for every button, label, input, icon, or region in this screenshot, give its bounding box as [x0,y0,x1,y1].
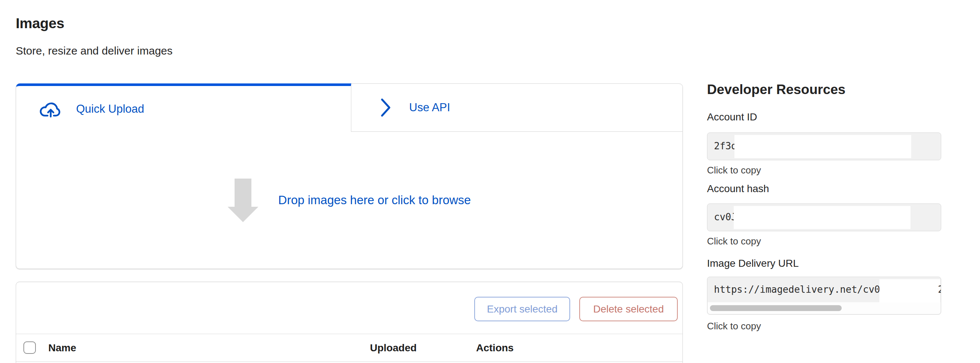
tab-quick-upload[interactable]: Quick Upload [16,83,351,132]
export-selected-button[interactable]: Export selected [474,297,570,321]
redaction-overlay [735,135,911,158]
account-hash-label: Account hash [707,183,769,195]
redaction-overlay [879,279,940,302]
column-header-name: Name [48,342,76,354]
tab-use-api-label: Use API [409,101,450,114]
image-delivery-url-tail-fragment: 2 [938,284,941,295]
image-delivery-url-label: Image Delivery URL [707,258,799,269]
redaction-overlay [734,206,910,229]
account-id-copy-hint: Click to copy [707,165,761,176]
chevron-right-icon [379,98,392,117]
account-hash-value-box[interactable]: cv0J [707,204,941,231]
column-header-uploaded: Uploaded [370,342,417,354]
arrow-down-icon [228,178,258,222]
image-list-card: Export selected Delete selected Name Upl… [16,282,683,363]
page-title: Images [16,15,64,32]
account-id-value: 2f3d [714,140,737,151]
cloud-upload-icon [39,100,63,118]
account-hash-copy-hint: Click to copy [707,236,761,247]
column-header-actions: Actions [476,342,514,354]
image-delivery-url-value: https://imagedelivery.net/cv0JSj [714,284,897,295]
tab-use-api[interactable]: Use API [351,83,682,132]
select-all-checkbox[interactable] [24,341,36,354]
horizontal-scrollbar-thumb[interactable] [710,305,842,311]
delete-selected-button[interactable]: Delete selected [579,297,678,321]
drop-zone-label: Drop images here or click to browse [278,193,471,207]
image-drop-zone[interactable]: Drop images here or click to browse [16,132,682,268]
table-header-row: Name Uploaded Actions [16,334,682,362]
image-delivery-url-value-box[interactable]: https://imagedelivery.net/cv0JSj 2 [707,277,941,315]
upload-panel: Quick Upload Use API Drop images here or… [16,83,683,269]
image-delivery-url-copy-hint: Click to copy [707,320,761,332]
tab-quick-upload-label: Quick Upload [76,102,144,116]
page-subtitle: Store, resize and deliver images [16,45,173,57]
developer-resources-title: Developer Resources [707,82,845,97]
tab-bar: Quick Upload Use API [16,83,682,132]
account-id-label: Account ID [707,111,757,123]
horizontal-scrollbar-track [708,302,940,314]
account-id-value-box[interactable]: 2f3d [707,132,941,160]
